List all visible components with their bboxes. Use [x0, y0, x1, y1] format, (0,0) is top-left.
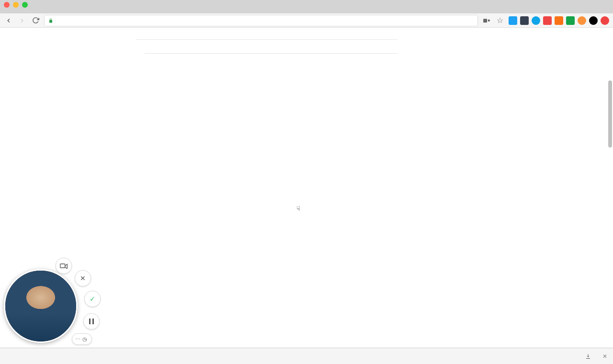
ext-icon-6[interactable] [566, 16, 575, 25]
close-downloads-bar[interactable]: ✕ [601, 353, 609, 360]
back-button[interactable] [4, 16, 13, 25]
show-all-downloads[interactable] [581, 352, 598, 361]
url-input[interactable] [44, 15, 478, 26]
video-indicator-icon[interactable]: ■• [482, 16, 491, 25]
svg-rect-2 [92, 318, 94, 324]
ext-icon-8[interactable] [589, 16, 598, 25]
more-icon: ⋯ [75, 336, 80, 342]
downloads-bar: ✕ [0, 348, 613, 364]
pause-icon[interactable] [83, 313, 100, 330]
check-icon[interactable]: ✓ [84, 291, 101, 307]
ext-icon-2[interactable] [520, 16, 529, 25]
ext-icon-9[interactable] [601, 16, 609, 25]
window-close[interactable] [4, 2, 10, 8]
address-bar-row: ■• ☆ [0, 13, 613, 28]
ext-icon-1[interactable] [509, 16, 517, 25]
camera-icon[interactable] [56, 258, 72, 274]
browser-tab-bar [0, 0, 613, 13]
extension-icons [509, 16, 609, 25]
scrollbar-thumb[interactable] [608, 80, 612, 148]
reload-button[interactable] [31, 16, 40, 25]
ext-icon-3[interactable] [532, 16, 540, 25]
ext-icon-4[interactable] [543, 16, 552, 25]
screen-recorder-widget: ✕ ✓ ⋯ ◷ [4, 257, 100, 343]
divider [136, 39, 397, 40]
clock-icon: ◷ [82, 336, 87, 342]
bookmark-star-icon[interactable]: ☆ [495, 16, 505, 25]
close-icon[interactable]: ✕ [75, 270, 91, 286]
svg-rect-0 [60, 264, 65, 268]
recorder-timer[interactable]: ⋯ ◷ [72, 333, 92, 345]
window-maximize[interactable] [22, 2, 28, 8]
ext-icon-7[interactable] [578, 16, 586, 25]
secure-lock-icon [48, 18, 55, 23]
svg-rect-1 [89, 318, 91, 324]
webcam-preview[interactable] [4, 269, 78, 343]
ext-icon-5[interactable] [555, 16, 563, 25]
forward-button[interactable] [17, 16, 27, 25]
window-minimize[interactable] [13, 2, 19, 8]
